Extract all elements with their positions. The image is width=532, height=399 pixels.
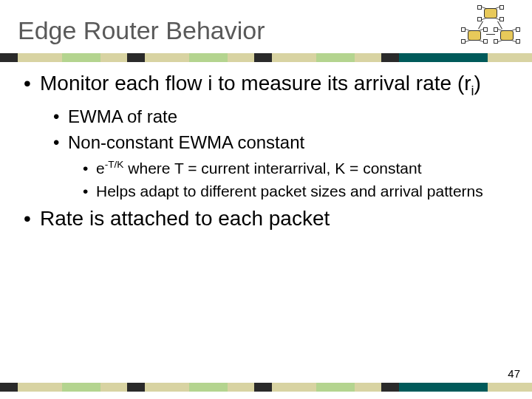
text: Monitor each flow i to measure its arriv… — [40, 72, 471, 95]
decorative-stripe-top — [0, 53, 532, 62]
page-number: 47 — [508, 367, 520, 380]
bullet-nonconstant-ewma: Non-constant EWMA constant e-T/K where T… — [52, 131, 508, 202]
network-logo — [460, 6, 522, 49]
decorative-stripe-bottom — [0, 383, 532, 392]
superscript: -T/K — [105, 159, 124, 170]
bullet-monitor-flow: Monitor each flow i to measure its arriv… — [21, 71, 508, 202]
text: e — [96, 160, 105, 177]
bullet-exponential-formula: e-T/K where T = current interarrival, K … — [81, 158, 508, 178]
bullet-rate-attached: Rate is attached to each packet — [21, 206, 508, 231]
bullet-helps-adapt: Helps adapt to different packet sizes an… — [81, 181, 508, 201]
text: Non-constant EWMA constant — [68, 132, 304, 152]
slide-content: Monitor each flow i to measure its arriv… — [21, 71, 508, 236]
slide: Edge Router Behavior Monitor each flow i… — [0, 0, 532, 399]
text: ) — [474, 72, 481, 95]
bullet-ewma-rate: EWMA of rate — [52, 105, 508, 128]
text: where T = current interarrival, K = cons… — [123, 160, 421, 177]
slide-title: Edge Router Behavior — [18, 16, 265, 45]
